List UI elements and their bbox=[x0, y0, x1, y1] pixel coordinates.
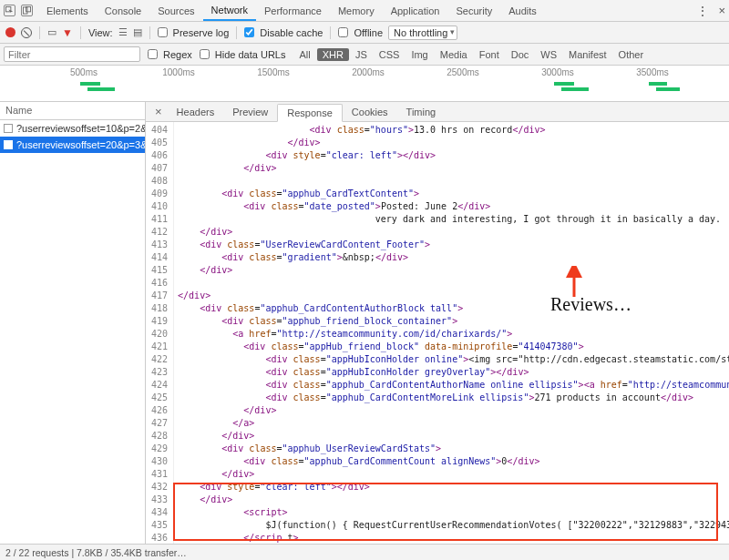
network-overview-waterfall[interactable]: 500ms 1000ms 1500ms 2000ms 2500ms 3000ms… bbox=[0, 66, 729, 102]
tab-audits[interactable]: Audits bbox=[500, 2, 545, 20]
inspect-element-icon[interactable] bbox=[4, 5, 15, 16]
wf-bar bbox=[649, 82, 667, 86]
disable-cache-checkbox[interactable]: Disable cache bbox=[244, 27, 323, 38]
regex-checkbox[interactable]: Regex bbox=[148, 49, 192, 60]
preserve-log-label: Preserve log bbox=[173, 27, 230, 38]
detail-tab-cookies[interactable]: Cookies bbox=[343, 104, 397, 120]
network-status-bar: 2 / 22 requests | 7.8KB / 35.4KB transfe… bbox=[0, 544, 729, 560]
type-doc[interactable]: Doc bbox=[506, 48, 535, 61]
response-code[interactable]: <div class="hours">13.0 hrs on record</d… bbox=[174, 122, 729, 544]
hide-data-urls-checkbox[interactable]: Hide data URLs bbox=[200, 49, 286, 60]
close-devtools-icon[interactable]: × bbox=[718, 4, 725, 17]
network-filter-bar: Regex Hide data URLs All XHR JS CSS Img … bbox=[0, 44, 729, 66]
line-gutter: 404 405 406 407 408 409 410 411 412 413 … bbox=[146, 122, 174, 544]
type-xhr[interactable]: XHR bbox=[317, 48, 349, 61]
wf-bar bbox=[561, 87, 589, 91]
wf-tick-label: 1500ms bbox=[257, 67, 290, 77]
type-img[interactable]: Img bbox=[406, 48, 433, 61]
tab-memory[interactable]: Memory bbox=[330, 2, 383, 20]
close-detail-icon[interactable]: × bbox=[149, 105, 168, 118]
tab-console[interactable]: Console bbox=[97, 2, 149, 20]
network-main-split: Name ?userreviewsoffset=10&p=2&worksh… ?… bbox=[0, 102, 729, 544]
request-name: ?userreviewsoffset=10&p=2&worksh… bbox=[16, 123, 145, 134]
view-label: View: bbox=[88, 27, 113, 38]
request-list-header[interactable]: Name bbox=[0, 102, 145, 120]
request-icon bbox=[4, 124, 13, 133]
request-row[interactable]: ?userreviewsoffset=10&p=2&worksh… bbox=[0, 120, 145, 137]
request-icon bbox=[4, 140, 13, 149]
wf-bar bbox=[554, 82, 574, 86]
wf-tick-label: 1000ms bbox=[162, 67, 195, 77]
type-filter-strip: All XHR JS CSS Img Media Font Doc WS Man… bbox=[293, 48, 649, 61]
tab-performance[interactable]: Performance bbox=[256, 2, 330, 20]
wf-bar bbox=[87, 87, 115, 91]
capture-screenshots-icon[interactable]: ▭ bbox=[47, 26, 56, 38]
detail-tab-response[interactable]: Response bbox=[277, 104, 343, 122]
disable-cache-label: Disable cache bbox=[260, 27, 323, 38]
type-other[interactable]: Other bbox=[613, 48, 650, 61]
throttling-select[interactable]: No throttling bbox=[388, 25, 457, 40]
tab-network[interactable]: Network bbox=[203, 1, 256, 21]
separator bbox=[149, 26, 150, 39]
type-css[interactable]: CSS bbox=[374, 48, 406, 61]
type-js[interactable]: JS bbox=[350, 48, 373, 61]
wf-tick-label: 3000ms bbox=[541, 67, 574, 77]
status-text: 2 / 22 requests | 7.8KB / 35.4KB transfe… bbox=[5, 547, 187, 558]
type-manifest[interactable]: Manifest bbox=[563, 48, 612, 61]
detail-tab-headers[interactable]: Headers bbox=[168, 104, 224, 120]
network-toolbar: ▭ ▼ View: ☰ ▤ Preserve log Disable cache… bbox=[0, 22, 729, 44]
type-font[interactable]: Font bbox=[474, 48, 505, 61]
main-tab-strip: Elements Console Sources Network Perform… bbox=[38, 1, 696, 21]
wf-tick-label: 500ms bbox=[70, 67, 98, 77]
regex-label: Regex bbox=[163, 49, 192, 60]
filter-toggle-icon[interactable]: ▼ bbox=[62, 26, 73, 39]
offline-checkbox[interactable]: Offline bbox=[338, 27, 383, 38]
tab-sources[interactable]: Sources bbox=[149, 2, 202, 20]
wf-tick-label: 2000ms bbox=[352, 67, 385, 77]
clear-icon[interactable] bbox=[21, 27, 32, 38]
offline-label: Offline bbox=[354, 27, 383, 38]
wf-tick-label: 2500ms bbox=[447, 67, 479, 77]
large-rows-icon[interactable]: ☰ bbox=[118, 26, 128, 38]
type-media[interactable]: Media bbox=[435, 48, 473, 61]
separator bbox=[330, 26, 331, 39]
preserve-log-checkbox[interactable]: Preserve log bbox=[158, 27, 230, 38]
overview-icon[interactable]: ▤ bbox=[133, 26, 142, 38]
devtools-main-tabs: Elements Console Sources Network Perform… bbox=[0, 0, 729, 22]
detail-tab-strip: × Headers Preview Response Cookies Timin… bbox=[146, 102, 729, 122]
filter-input[interactable] bbox=[4, 46, 140, 62]
hide-data-urls-label: Hide data URLs bbox=[215, 49, 286, 60]
tab-security[interactable]: Security bbox=[447, 2, 500, 20]
separator bbox=[236, 26, 237, 39]
device-toolbar-icon[interactable] bbox=[21, 5, 33, 16]
svg-rect-1 bbox=[23, 7, 27, 14]
response-body-viewer[interactable]: 404 405 406 407 408 409 410 411 412 413 … bbox=[146, 122, 729, 544]
wf-bar bbox=[656, 87, 680, 91]
wf-tick-label: 3500ms bbox=[636, 67, 669, 77]
separator bbox=[80, 26, 81, 39]
request-row[interactable]: ?userreviewsoffset=20&p=3&worksh… bbox=[0, 137, 145, 153]
detail-tab-timing[interactable]: Timing bbox=[397, 104, 446, 120]
wf-bar bbox=[80, 82, 100, 86]
request-detail-pane: × Headers Preview Response Cookies Timin… bbox=[146, 102, 729, 544]
type-ws[interactable]: WS bbox=[535, 48, 562, 61]
tab-application[interactable]: Application bbox=[383, 2, 448, 20]
more-menu-icon[interactable]: ⋮ bbox=[696, 4, 709, 18]
record-icon[interactable] bbox=[5, 27, 15, 37]
detail-tab-preview[interactable]: Preview bbox=[223, 104, 277, 120]
separator bbox=[39, 26, 40, 39]
tab-elements[interactable]: Elements bbox=[38, 2, 97, 20]
request-name: ?userreviewsoffset=20&p=3&worksh… bbox=[16, 139, 145, 150]
type-all[interactable]: All bbox=[293, 48, 315, 61]
request-list-pane: Name ?userreviewsoffset=10&p=2&worksh… ?… bbox=[0, 102, 146, 544]
